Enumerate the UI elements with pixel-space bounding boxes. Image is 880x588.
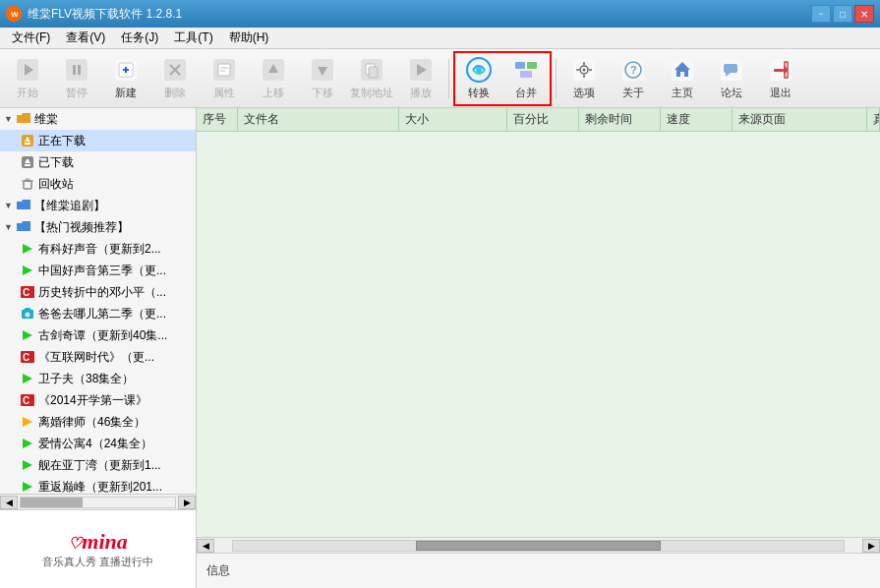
sidebar-item-2[interactable]: 中国好声音第三季（更... [0,260,196,281]
svg-marker-73 [23,417,32,427]
col-header-remain: 剩余时间 [579,108,661,131]
sidebar-item-group2[interactable]: ▼ 【热门视频推荐】 [0,216,196,238]
item12-icon [20,479,35,494]
sidebar-item-recycle[interactable]: 回收站 [0,173,196,195]
item8-icon: C [20,392,35,408]
close-button[interactable]: ✕ [854,5,874,23]
menu-file[interactable]: 文件(F) [4,28,58,48]
sidebar-item-7[interactable]: 卫子夫（38集全） [0,368,196,389]
content-hscroll[interactable]: ◀ ▶ [197,537,880,553]
play-button[interactable]: 播放 [397,53,444,104]
home-button[interactable]: 主页 [659,53,706,104]
sidebar-item-9[interactable]: 离婚律师（46集全） [0,411,196,433]
svg-rect-48 [774,69,784,72]
options-icon [570,56,598,84]
menu-tools[interactable]: 工具(T) [166,28,220,48]
sidebar-item-8[interactable]: C 《2014开学第一课》 [0,389,196,411]
svg-rect-57 [24,181,31,189]
title-bar: W 维棠FLV视频下载软件 1.2.8.1 － □ ✕ [0,0,880,28]
svg-point-66 [26,313,30,318]
svg-rect-45 [724,64,737,73]
start-button[interactable]: 开始 [4,53,51,104]
group1-arrow-icon: ▼ [4,201,13,210]
downloaded-icon [20,154,35,170]
merge-button[interactable]: 台并 [502,53,550,104]
convert-button[interactable]: 转换 [455,53,502,104]
info-bar: 信息 [197,553,880,588]
new-button[interactable]: 新建 [102,53,149,104]
sidebar-item-root[interactable]: ▼ 维棠 [0,108,196,130]
home-icon [669,56,696,84]
toolbar: 开始 暂停 新建 [0,49,880,108]
menu-task[interactable]: 任务(J) [113,28,166,48]
options-button[interactable]: 选项 [560,53,608,104]
exit-button[interactable]: 退出 [757,53,804,104]
sidebar-hscroll-right[interactable]: ▶ [178,496,196,509]
svg-marker-70 [23,374,32,383]
copy-url-button[interactable]: 复制地址 [348,53,395,104]
sidebar-item-3[interactable]: C 历史转折中的邓小平（... [0,281,196,303]
props-button[interactable]: 属性 [201,53,248,104]
sidebar-item-4[interactable]: 爸爸去哪儿第二季（更... [0,303,196,324]
toolbar-separator [448,59,449,98]
svg-rect-6 [78,65,81,75]
group2-folder-icon [16,219,31,235]
app-title: 维棠FLV视频下载软件 1.2.8.1 [28,6,811,23]
svg-text:C: C [23,287,29,298]
sidebar-item-6[interactable]: C 《互联网时代》（更... [0,346,196,368]
svg-rect-4 [66,59,88,81]
sidebar-hscroll-left[interactable]: ◀ [0,496,18,509]
item3-icon: C [20,284,35,300]
bottom-logo: ♡mina [68,529,127,555]
sidebar-tree: ▼ 维棠 正在下载 [0,108,196,494]
sidebar-hscroll[interactable]: ◀ ▶ [0,494,196,509]
menu-help[interactable]: 帮助(H) [221,28,277,48]
item4-icon [20,306,35,322]
group2-arrow-icon: ▼ [4,222,13,232]
col-header-thumb: 真... [867,108,880,131]
item11-icon [20,457,35,473]
exit-icon [767,56,794,84]
sidebar-item-11[interactable]: 舰在亚丁湾（更新到1... [0,454,196,476]
svg-marker-74 [23,439,32,448]
minimize-button[interactable]: － [811,5,831,23]
forum-button[interactable]: 论坛 [708,53,755,104]
main-layout: ▼ 维棠 正在下载 [0,108,880,588]
svg-rect-31 [520,71,532,78]
svg-marker-61 [23,265,32,275]
sidebar-item-downloaded[interactable]: 已下载 [0,151,196,173]
sidebar-hscroll-track [20,497,176,508]
root-folder-icon [16,111,31,127]
up-button[interactable]: 上移 [250,53,297,104]
start-icon [14,56,41,84]
item6-icon: C [20,349,35,365]
svg-rect-53 [25,143,30,145]
content-hscroll-left[interactable]: ◀ [197,539,214,553]
svg-text:W: W [11,10,19,19]
menu-view[interactable]: 查看(V) [58,28,113,48]
window-controls: － □ ✕ [811,5,874,23]
maximize-button[interactable]: □ [833,5,852,23]
delete-button[interactable]: 删除 [151,53,199,104]
sidebar-item-10[interactable]: 爱情公寓4（24集全） [0,433,196,454]
content-hscroll-thumb [416,541,660,551]
svg-rect-15 [218,64,230,76]
convert-icon [465,56,493,84]
table-body [197,132,880,537]
sidebar-item-12[interactable]: 重返巅峰（更新到201... [0,476,196,494]
sidebar-item-downloading[interactable]: 正在下载 [0,130,196,151]
svg-rect-24 [369,67,378,78]
item1-icon [20,241,35,257]
sidebar-item-group1[interactable]: ▼ 【维棠追剧】 [0,195,196,216]
content-hscroll-right[interactable]: ▶ [862,539,880,553]
stop-button[interactable]: 暂停 [53,53,100,104]
down-button[interactable]: 下移 [299,53,346,104]
svg-rect-29 [515,62,525,69]
svg-marker-65 [24,308,31,310]
copy-url-icon [358,56,385,84]
merge-icon [512,56,540,84]
content-area: 序号 文件名 大小 百分比 剩余时间 速度 来源页面 真... ◀ ▶ 信息 [197,108,880,588]
about-button[interactable]: ? 关于 [610,53,657,104]
sidebar-item-5[interactable]: 古剑奇谭（更新到40集... [0,324,196,346]
sidebar-item-1[interactable]: 有科好声音（更新到2... [0,238,196,260]
